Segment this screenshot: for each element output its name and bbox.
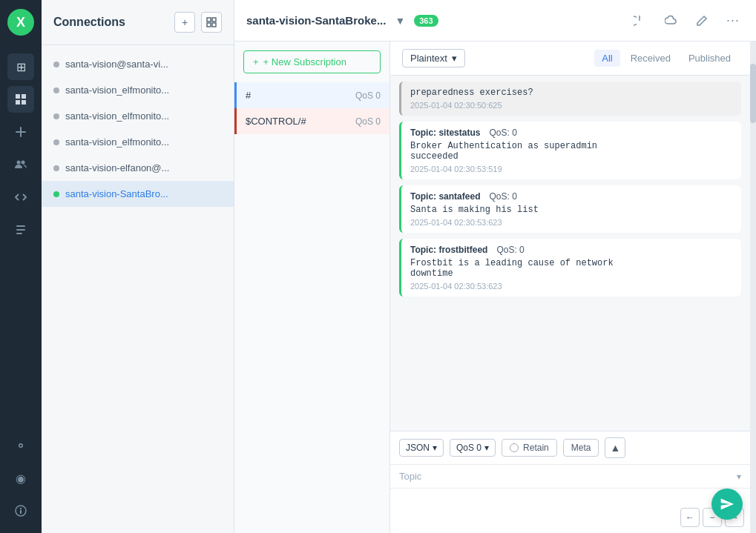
more-options-icon[interactable]: ··· <box>722 10 744 32</box>
sidebar-item-info[interactable] <box>7 497 34 524</box>
cloud-icon[interactable] <box>660 10 682 32</box>
sidebar-item-layout[interactable] <box>7 86 34 113</box>
topic-row: Topic ▾ <box>390 465 750 489</box>
connection-status-dot <box>53 165 59 171</box>
svg-rect-8 <box>16 233 22 234</box>
message-content: Broker Authentication as superadmin succ… <box>410 141 732 162</box>
svg-rect-14 <box>207 23 211 27</box>
subscription-topic: # <box>246 90 251 101</box>
messages-header: Plaintext ▾ All Received Published <box>390 42 750 76</box>
send-button[interactable] <box>711 489 743 520</box>
sidebar-item-add[interactable] <box>7 119 34 145</box>
add-connection-button[interactable]: + <box>174 12 195 33</box>
json-format-select[interactable]: JSON ▾ <box>399 439 444 457</box>
filter-published-tab[interactable]: Published <box>681 50 738 67</box>
message-qos: QoS: 0 <box>489 191 516 202</box>
layout-toggle-button[interactable] <box>201 12 222 33</box>
filter-received-tab[interactable]: Received <box>623 50 678 67</box>
power-button[interactable] <box>628 10 651 32</box>
subscription-topic: $CONTROL/# <box>246 116 306 127</box>
qos-select[interactable]: QoS 0 ▾ <box>450 439 496 457</box>
connection-name: santa-vision_elfmonito... <box>65 136 169 148</box>
publish-toolbar: JSON ▾ QoS 0 ▾ Retain Meta ▲ <box>390 431 750 465</box>
svg-point-5 <box>22 161 25 165</box>
icon-nav: X ⊞ ◉ <box>0 0 42 533</box>
topbar-title: santa-vision-SantaBroke... <box>246 14 386 27</box>
connection-status-dot <box>53 113 59 119</box>
message-card: Topic: frostbitfeed QoS: 0 Frostbit is a… <box>399 239 741 297</box>
expand-button[interactable]: ▲ <box>605 437 625 458</box>
connection-item[interactable]: santa-vision@santa-vi... <box>42 51 234 77</box>
meta-button[interactable]: Meta <box>563 439 599 457</box>
connection-item-active[interactable]: santa-vision-SantaBro... <box>42 181 234 207</box>
subscription-item[interactable]: # QoS 0 <box>234 82 389 108</box>
svg-rect-6 <box>16 225 25 227</box>
chevron-down-icon[interactable]: ▼ <box>395 15 405 27</box>
topbar: santa-vision-SantaBroke... ▼ 363 ··· <box>234 0 756 42</box>
connection-item[interactable]: santa-vision_elfmonito... <box>42 129 234 155</box>
chevron-down-icon: ▾ <box>452 53 457 64</box>
sidebar-item-settings[interactable] <box>7 432 34 459</box>
scrollbar-thumb[interactable] <box>750 64 756 123</box>
message-meta: Topic: santafeed QoS: 0 <box>410 191 732 202</box>
message-topic: Topic: sitestatus <box>410 128 480 138</box>
connection-status-dot <box>53 62 59 67</box>
publish-area: JSON ▾ QoS 0 ▾ Retain Meta ▲ <box>390 431 750 533</box>
message-card: preparedness exercises? 2025-01-04 02:30… <box>399 82 741 116</box>
message-card: Topic: sitestatus QoS: 0 Broker Authenti… <box>399 122 741 179</box>
format-select[interactable]: Plaintext ▾ <box>402 49 465 67</box>
sidebar-item-feed[interactable]: ◉ <box>7 465 34 491</box>
connection-status-dot <box>53 139 59 145</box>
sidebar-item-code[interactable] <box>7 184 34 211</box>
publish-editor[interactable]: ← − → <box>390 489 750 533</box>
content-body: + + New Subscription # QoS 0 $CONTROL/# … <box>234 42 756 533</box>
sidebar-item-docs[interactable] <box>7 216 34 243</box>
connection-item[interactable]: santa-vision_elfmonito... <box>42 77 234 103</box>
connection-name-active: santa-vision-SantaBro... <box>65 188 168 199</box>
message-content: preparedness exercises? <box>410 87 732 98</box>
new-subscription-button[interactable]: + + New Subscription <box>243 50 381 73</box>
svg-rect-15 <box>212 23 216 27</box>
message-timestamp: 2025-01-04 02:30:53:519 <box>410 165 732 173</box>
topic-expand-icon[interactable]: ▾ <box>737 471 741 482</box>
message-timestamp: 2025-01-04 02:30:50:625 <box>410 101 732 110</box>
plus-icon: + <box>253 56 259 67</box>
connections-actions: + <box>174 12 222 33</box>
chevron-down-icon: ▾ <box>433 443 437 453</box>
retain-indicator <box>510 443 519 452</box>
connections-title: Connections <box>53 16 125 29</box>
connection-list: santa-vision@santa-vi... santa-vision_el… <box>42 45 234 533</box>
connection-item[interactable]: santa-vision-elfanon@... <box>42 155 234 181</box>
sidebar-item-users[interactable] <box>7 151 34 178</box>
message-topic: Topic: frostbitfeed <box>410 245 487 255</box>
message-content: Santa is making his list <box>410 205 732 215</box>
svg-rect-13 <box>212 18 216 21</box>
svg-rect-11 <box>20 508 22 509</box>
message-topic: Topic: santafeed <box>410 191 480 202</box>
message-filter-tabs: All Received Published <box>594 50 738 67</box>
svg-rect-0 <box>16 94 20 99</box>
retain-button[interactable]: Retain <box>502 439 557 457</box>
subscription-qos: QoS 0 <box>355 116 381 127</box>
connection-status-dot <box>53 87 59 93</box>
svg-rect-3 <box>22 100 26 105</box>
scrollbar[interactable] <box>750 42 756 533</box>
connection-name: santa-vision-elfanon@... <box>65 162 169 173</box>
edit-icon[interactable] <box>691 10 713 32</box>
connection-status-dot-online <box>53 191 59 197</box>
message-meta: Topic: sitestatus QoS: 0 <box>410 128 732 138</box>
connection-item[interactable]: santa-vision_elfmonito... <box>42 103 234 129</box>
message-qos: QoS: 0 <box>489 128 516 138</box>
svg-rect-2 <box>16 100 20 105</box>
svg-rect-7 <box>16 229 25 231</box>
sidebar-item-grid[interactable]: ⊞ <box>7 53 34 80</box>
chevron-down-icon: ▾ <box>484 443 489 453</box>
subscription-item-active[interactable]: $CONTROL/# QoS 0 <box>234 108 389 134</box>
filter-all-tab[interactable]: All <box>594 50 619 67</box>
message-content: Frostbit is a leading cause of network d… <box>410 258 732 279</box>
app-logo[interactable]: X <box>7 9 34 36</box>
messages-list: preparedness exercises? 2025-01-04 02:30… <box>390 76 750 431</box>
subscriptions-panel: + + New Subscription # QoS 0 $CONTROL/# … <box>234 42 390 533</box>
nav-prev-button[interactable]: ← <box>680 508 700 527</box>
svg-rect-10 <box>20 510 22 514</box>
